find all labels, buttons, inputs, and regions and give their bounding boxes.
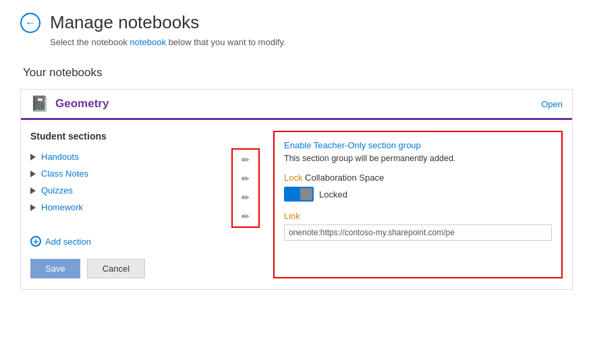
teacher-desc: This section group will be permanently a… — [284, 154, 552, 163]
page-title: Manage notebooks — [50, 12, 199, 33]
lock-colored: Lock — [284, 173, 302, 183]
notebook-body: Student sections HandoutsClass NotesQuiz… — [21, 120, 572, 289]
your-notebooks-heading: Your notebooks — [23, 66, 573, 80]
right-panel: Enable Teacher-Only section group This s… — [273, 131, 563, 278]
section-name: Handouts — [41, 152, 79, 162]
lock-toggle[interactable] — [284, 187, 314, 202]
edit-section-button[interactable]: ✏ — [238, 190, 253, 205]
toggle-knob — [300, 188, 312, 200]
enable-teacher-link[interactable]: Enable Teacher-Only section group — [284, 140, 552, 150]
add-section-icon: + — [30, 236, 41, 247]
open-link[interactable]: Open — [541, 99, 563, 109]
section-triangle-icon — [30, 171, 36, 177]
list-item: Quizzes — [30, 182, 218, 199]
section-triangle-icon — [30, 154, 36, 160]
section-name: Class Notes — [41, 169, 88, 179]
list-item: Class Notes — [30, 165, 218, 182]
section-triangle-icon — [30, 187, 36, 194]
notebook-icon: 📓 — [30, 95, 49, 113]
list-item: Homework — [30, 199, 218, 216]
section-name: Quizzes — [41, 185, 73, 195]
save-button[interactable]: Save — [30, 259, 80, 278]
notebook-link[interactable]: notebook — [130, 37, 167, 47]
locked-text: Locked — [319, 189, 347, 200]
notebook-header: 📓 Geometry Open — [21, 90, 572, 120]
add-section-label: Add section — [45, 237, 91, 247]
back-button[interactable]: ← — [20, 13, 40, 33]
back-icon: ← — [25, 17, 36, 29]
cancel-button[interactable]: Cancel — [87, 259, 145, 278]
add-section-row[interactable]: + Add section — [30, 236, 260, 247]
notebook-card: 📓 Geometry Open Student sections Handout… — [20, 89, 573, 290]
list-item: Handouts — [30, 148, 218, 165]
student-sections-label: Student sections — [30, 131, 260, 142]
link-input[interactable] — [284, 224, 552, 241]
section-list: HandoutsClass NotesQuizzesHomework — [30, 148, 218, 216]
edit-icons-column: ✏✏✏✏ — [231, 148, 260, 228]
section-name: Homework — [41, 202, 83, 212]
section-triangle-icon — [30, 204, 36, 211]
edit-section-button[interactable]: ✏ — [238, 209, 253, 224]
subtitle: Select the notebook notebook below that … — [50, 37, 573, 47]
link-label: Link — [284, 211, 552, 221]
left-panel: Student sections HandoutsClass NotesQuiz… — [30, 131, 260, 278]
edit-section-button[interactable]: ✏ — [238, 152, 253, 167]
action-buttons: Save Cancel — [30, 259, 260, 278]
lock-label: Lock Collaboration Space — [284, 173, 552, 183]
toggle-row: Locked — [284, 187, 552, 202]
lock-rest: Collaboration Space — [302, 173, 384, 183]
edit-section-button[interactable]: ✏ — [238, 171, 253, 186]
notebook-name: Geometry — [55, 97, 109, 111]
